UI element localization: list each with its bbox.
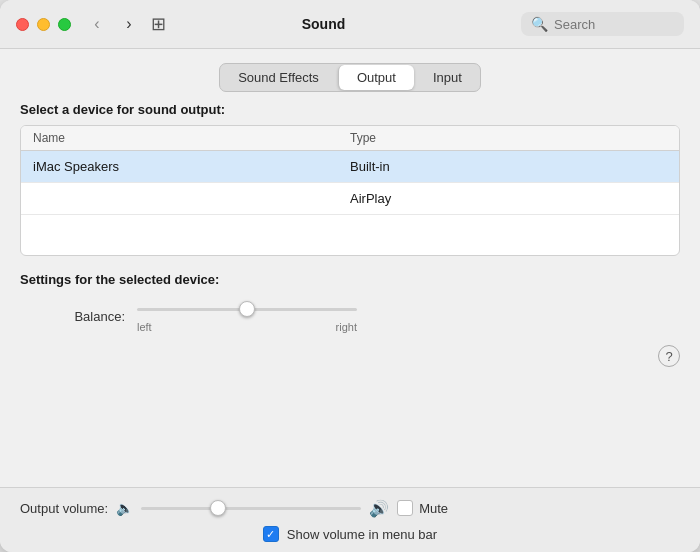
balance-slider-container: left right: [137, 299, 357, 333]
table-row-empty: [21, 215, 679, 255]
balance-labels: left right: [137, 321, 357, 333]
bottom-bar: Output volume: 🔈 🔊 Mute ✓ Show volume in…: [0, 487, 700, 552]
settings-heading: Settings for the selected device:: [20, 272, 680, 287]
main-window: ‹ › ⊞ Sound 🔍 Sound Effects Output Input…: [0, 0, 700, 552]
help-button[interactable]: ?: [658, 345, 680, 367]
tab-group: Sound Effects Output Input: [219, 63, 481, 92]
content-area: Sound Effects Output Input Select a devi…: [0, 49, 700, 487]
minimize-button[interactable]: [37, 18, 50, 31]
balance-right-label: right: [336, 321, 357, 333]
volume-thumb[interactable]: [210, 500, 226, 516]
device-name-imac: iMac Speakers: [33, 159, 350, 174]
table-header: Name Type: [21, 126, 679, 151]
search-bar[interactable]: 🔍: [521, 12, 684, 36]
help-area: ?: [20, 345, 680, 367]
table-row[interactable]: iMac Speakers Built-in: [21, 151, 679, 183]
menubar-label: Show volume in menu bar: [287, 527, 437, 542]
volume-high-icon: 🔊: [369, 499, 389, 518]
tab-bar: Sound Effects Output Input: [20, 49, 680, 102]
mute-checkbox[interactable]: [397, 500, 413, 516]
maximize-button[interactable]: [58, 18, 71, 31]
volume-low-icon: 🔈: [116, 500, 133, 516]
titlebar: ‹ › ⊞ Sound 🔍: [0, 0, 700, 49]
traffic-lights: [16, 18, 71, 31]
menubar-checkbox[interactable]: ✓: [263, 526, 279, 542]
tab-output[interactable]: Output: [338, 65, 414, 90]
col-name-header: Name: [33, 131, 350, 145]
balance-label: Balance:: [60, 309, 125, 324]
menubar-row: ✓ Show volume in menu bar: [20, 526, 680, 542]
device-table: Name Type iMac Speakers Built-in AirPlay: [20, 125, 680, 256]
device-type-airplay: AirPlay: [350, 191, 667, 206]
mute-label: Mute: [419, 501, 448, 516]
nav-buttons: ‹ ›: [83, 14, 143, 34]
window-title: Sound: [166, 16, 481, 32]
search-icon: 🔍: [531, 16, 548, 32]
forward-button[interactable]: ›: [115, 14, 143, 34]
back-button[interactable]: ‹: [83, 14, 111, 34]
balance-left-label: left: [137, 321, 152, 333]
device-type-imac: Built-in: [350, 159, 667, 174]
close-button[interactable]: [16, 18, 29, 31]
search-input[interactable]: [554, 17, 674, 32]
tab-sound-effects[interactable]: Sound Effects: [220, 64, 337, 91]
col-type-header: Type: [350, 131, 667, 145]
volume-label: Output volume:: [20, 501, 108, 516]
balance-slider-thumb[interactable]: [239, 301, 255, 317]
output-heading: Select a device for sound output:: [20, 102, 680, 117]
volume-slider[interactable]: [141, 498, 361, 518]
grid-icon: ⊞: [151, 13, 166, 35]
balance-slider-track[interactable]: [137, 299, 357, 319]
volume-row: Output volume: 🔈 🔊 Mute: [20, 498, 680, 518]
balance-row: Balance: left right: [20, 299, 680, 333]
table-row[interactable]: AirPlay: [21, 183, 679, 215]
tab-input[interactable]: Input: [415, 64, 480, 91]
mute-area: Mute: [397, 500, 448, 516]
volume-track: [141, 507, 361, 510]
